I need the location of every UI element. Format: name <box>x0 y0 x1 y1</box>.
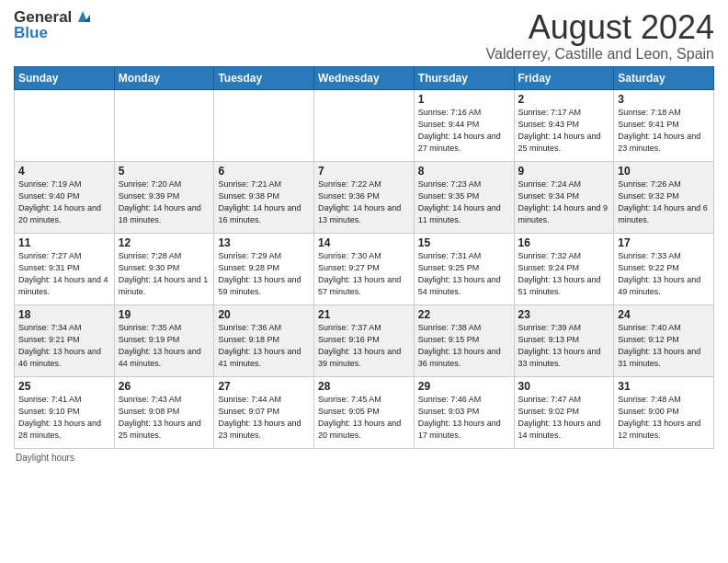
calendar-cell: 7Sunrise: 7:22 AM Sunset: 9:36 PM Daylig… <box>314 161 415 233</box>
day-info: Sunrise: 7:38 AM Sunset: 9:15 PM Dayligh… <box>418 322 510 370</box>
col-header-sunday: Sunday <box>15 66 115 89</box>
day-info: Sunrise: 7:16 AM Sunset: 9:44 PM Dayligh… <box>418 107 510 155</box>
day-info: Sunrise: 7:35 AM Sunset: 9:19 PM Dayligh… <box>119 322 210 370</box>
calendar-cell: 26Sunrise: 7:43 AM Sunset: 9:08 PM Dayli… <box>114 376 214 448</box>
day-info: Sunrise: 7:44 AM Sunset: 9:07 PM Dayligh… <box>218 394 310 442</box>
day-number: 25 <box>18 380 110 393</box>
day-info: Sunrise: 7:32 AM Sunset: 9:24 PM Dayligh… <box>518 250 610 298</box>
day-number: 15 <box>418 236 510 249</box>
day-info: Sunrise: 7:22 AM Sunset: 9:36 PM Dayligh… <box>318 178 410 226</box>
col-header-monday: Monday <box>114 66 214 89</box>
day-number: 4 <box>18 165 110 178</box>
day-info: Sunrise: 7:47 AM Sunset: 9:02 PM Dayligh… <box>518 394 610 442</box>
day-number: 30 <box>518 380 610 393</box>
calendar-cell: 15Sunrise: 7:31 AM Sunset: 9:25 PM Dayli… <box>414 233 514 304</box>
day-number: 22 <box>418 308 510 321</box>
calendar-cell: 8Sunrise: 7:23 AM Sunset: 9:35 PM Daylig… <box>414 161 514 233</box>
day-info: Sunrise: 7:33 AM Sunset: 9:22 PM Dayligh… <box>618 250 710 298</box>
calendar-cell: 12Sunrise: 7:28 AM Sunset: 9:30 PM Dayli… <box>114 233 214 304</box>
day-number: 20 <box>218 308 310 321</box>
day-number: 18 <box>18 308 110 321</box>
logo-blue: Blue <box>14 25 93 42</box>
calendar-cell: 1Sunrise: 7:16 AM Sunset: 9:44 PM Daylig… <box>414 89 514 161</box>
day-number: 31 <box>618 380 710 393</box>
day-number: 2 <box>518 93 610 106</box>
calendar-cell: 9Sunrise: 7:24 AM Sunset: 9:34 PM Daylig… <box>514 161 614 233</box>
week-row-4: 18Sunrise: 7:34 AM Sunset: 9:21 PM Dayli… <box>15 304 714 376</box>
daylight-label: Daylight hours <box>16 453 74 463</box>
day-number: 8 <box>418 165 510 178</box>
col-header-tuesday: Tuesday <box>214 66 314 89</box>
day-number: 11 <box>18 236 110 249</box>
calendar-cell: 19Sunrise: 7:35 AM Sunset: 9:19 PM Dayli… <box>114 304 214 376</box>
week-row-1: 1Sunrise: 7:16 AM Sunset: 9:44 PM Daylig… <box>15 89 714 161</box>
calendar-table: SundayMondayTuesdayWednesdayThursdayFrid… <box>14 66 714 449</box>
day-info: Sunrise: 7:46 AM Sunset: 9:03 PM Dayligh… <box>418 394 510 442</box>
day-number: 29 <box>418 380 510 393</box>
calendar-cell: 21Sunrise: 7:37 AM Sunset: 9:16 PM Dayli… <box>314 304 415 376</box>
logo-triangle-icon <box>73 6 93 26</box>
calendar-cell: 13Sunrise: 7:29 AM Sunset: 9:28 PM Dayli… <box>214 233 314 304</box>
day-number: 24 <box>618 308 710 321</box>
calendar-cell <box>114 89 214 161</box>
day-info: Sunrise: 7:40 AM Sunset: 9:12 PM Dayligh… <box>618 322 710 370</box>
col-header-thursday: Thursday <box>414 66 514 89</box>
calendar-cell <box>314 89 415 161</box>
title-block: August 2024 Valderrey, Castille and Leon… <box>486 9 714 63</box>
day-info: Sunrise: 7:48 AM Sunset: 9:00 PM Dayligh… <box>618 394 710 442</box>
week-row-5: 25Sunrise: 7:41 AM Sunset: 9:10 PM Dayli… <box>15 376 714 448</box>
col-header-friday: Friday <box>514 66 614 89</box>
calendar-cell: 10Sunrise: 7:26 AM Sunset: 9:32 PM Dayli… <box>614 161 714 233</box>
day-number: 21 <box>318 308 410 321</box>
day-info: Sunrise: 7:24 AM Sunset: 9:34 PM Dayligh… <box>518 178 610 226</box>
calendar-cell: 18Sunrise: 7:34 AM Sunset: 9:21 PM Dayli… <box>15 304 115 376</box>
calendar-cell <box>214 89 314 161</box>
day-info: Sunrise: 7:28 AM Sunset: 9:30 PM Dayligh… <box>119 250 210 298</box>
calendar-cell: 11Sunrise: 7:27 AM Sunset: 9:31 PM Dayli… <box>15 233 115 304</box>
day-info: Sunrise: 7:39 AM Sunset: 9:13 PM Dayligh… <box>518 322 610 370</box>
calendar-cell: 3Sunrise: 7:18 AM Sunset: 9:41 PM Daylig… <box>614 89 714 161</box>
day-info: Sunrise: 7:21 AM Sunset: 9:38 PM Dayligh… <box>218 178 310 226</box>
week-row-3: 11Sunrise: 7:27 AM Sunset: 9:31 PM Dayli… <box>15 233 714 304</box>
day-info: Sunrise: 7:29 AM Sunset: 9:28 PM Dayligh… <box>218 250 310 298</box>
calendar-cell: 27Sunrise: 7:44 AM Sunset: 9:07 PM Dayli… <box>214 376 314 448</box>
day-number: 10 <box>618 165 710 178</box>
day-info: Sunrise: 7:37 AM Sunset: 9:16 PM Dayligh… <box>318 322 410 370</box>
day-number: 19 <box>119 308 210 321</box>
day-info: Sunrise: 7:18 AM Sunset: 9:41 PM Dayligh… <box>618 107 710 155</box>
day-number: 26 <box>119 380 210 393</box>
calendar-cell: 30Sunrise: 7:47 AM Sunset: 9:02 PM Dayli… <box>514 376 614 448</box>
calendar-cell: 16Sunrise: 7:32 AM Sunset: 9:24 PM Dayli… <box>514 233 614 304</box>
day-number: 5 <box>119 165 210 178</box>
day-number: 12 <box>119 236 210 249</box>
calendar-cell: 20Sunrise: 7:36 AM Sunset: 9:18 PM Dayli… <box>214 304 314 376</box>
day-number: 1 <box>418 93 510 106</box>
footer: Daylight hours <box>14 453 714 463</box>
main-title: August 2024 <box>486 9 714 46</box>
calendar-cell: 31Sunrise: 7:48 AM Sunset: 9:00 PM Dayli… <box>614 376 714 448</box>
day-info: Sunrise: 7:36 AM Sunset: 9:18 PM Dayligh… <box>218 322 310 370</box>
day-info: Sunrise: 7:45 AM Sunset: 9:05 PM Dayligh… <box>318 394 410 442</box>
calendar-cell: 5Sunrise: 7:20 AM Sunset: 9:39 PM Daylig… <box>114 161 214 233</box>
day-info: Sunrise: 7:20 AM Sunset: 9:39 PM Dayligh… <box>119 178 210 226</box>
calendar-header-row: SundayMondayTuesdayWednesdayThursdayFrid… <box>15 66 714 89</box>
day-info: Sunrise: 7:27 AM Sunset: 9:31 PM Dayligh… <box>18 250 110 298</box>
calendar-cell: 28Sunrise: 7:45 AM Sunset: 9:05 PM Dayli… <box>314 376 415 448</box>
day-info: Sunrise: 7:26 AM Sunset: 9:32 PM Dayligh… <box>618 178 710 226</box>
day-info: Sunrise: 7:19 AM Sunset: 9:40 PM Dayligh… <box>18 178 110 226</box>
day-number: 3 <box>618 93 710 106</box>
calendar-cell: 24Sunrise: 7:40 AM Sunset: 9:12 PM Dayli… <box>614 304 714 376</box>
day-info: Sunrise: 7:43 AM Sunset: 9:08 PM Dayligh… <box>119 394 210 442</box>
day-number: 6 <box>218 165 310 178</box>
calendar-cell: 14Sunrise: 7:30 AM Sunset: 9:27 PM Dayli… <box>314 233 415 304</box>
day-number: 9 <box>518 165 610 178</box>
day-info: Sunrise: 7:23 AM Sunset: 9:35 PM Dayligh… <box>418 178 510 226</box>
calendar-cell: 25Sunrise: 7:41 AM Sunset: 9:10 PM Dayli… <box>15 376 115 448</box>
day-number: 17 <box>618 236 710 249</box>
logo: General Blue <box>14 9 93 41</box>
day-number: 23 <box>518 308 610 321</box>
day-info: Sunrise: 7:31 AM Sunset: 9:25 PM Dayligh… <box>418 250 510 298</box>
subtitle: Valderrey, Castille and Leon, Spain <box>486 46 714 63</box>
calendar-cell: 6Sunrise: 7:21 AM Sunset: 9:38 PM Daylig… <box>214 161 314 233</box>
day-number: 7 <box>318 165 410 178</box>
